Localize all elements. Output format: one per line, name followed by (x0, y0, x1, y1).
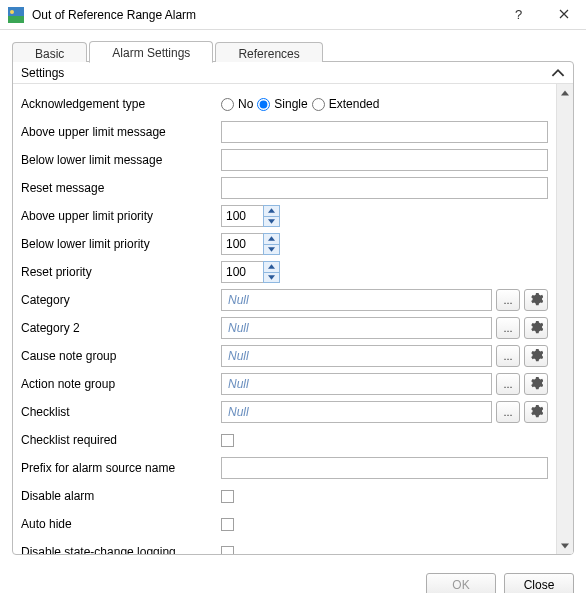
scroll-down-button[interactable] (557, 537, 573, 554)
dialog-footer: OK Close (0, 563, 586, 593)
scroll-up-button[interactable] (557, 84, 573, 101)
close-button[interactable]: Close (504, 573, 574, 593)
checklist-req-checkbox[interactable] (221, 434, 234, 447)
checklist-input[interactable] (221, 401, 492, 423)
label-disable-log: Disable state-change logging (21, 545, 221, 554)
reset-pri-down[interactable] (264, 273, 279, 283)
category-input[interactable] (221, 289, 492, 311)
above-pri-up[interactable] (264, 206, 279, 217)
label-action: Action note group (21, 377, 221, 391)
gear-icon (529, 292, 543, 308)
tab-references[interactable]: References (215, 42, 322, 62)
ack-radio-no[interactable]: No (221, 97, 253, 111)
tab-alarm-settings[interactable]: Alarm Settings (89, 41, 213, 63)
above-pri-input[interactable] (221, 205, 263, 227)
ack-type-radios: No Single Extended (221, 97, 548, 111)
ok-button[interactable]: OK (426, 573, 496, 593)
tab-basic[interactable]: Basic (12, 42, 87, 62)
tab-panel: Settings Acknowledgement type No Single … (12, 61, 574, 555)
app-icon (8, 7, 24, 23)
checklist-settings-button[interactable] (524, 401, 548, 423)
below-pri-up[interactable] (264, 234, 279, 245)
category-settings-button[interactable] (524, 289, 548, 311)
prefix-input[interactable] (221, 457, 548, 479)
label-cause: Cause note group (21, 349, 221, 363)
label-above-msg: Above upper limit message (21, 125, 221, 139)
disable-log-checkbox[interactable] (221, 546, 234, 555)
label-category2: Category 2 (21, 321, 221, 335)
above-msg-input[interactable] (221, 121, 548, 143)
ack-radio-no-input[interactable] (221, 98, 234, 111)
label-reset-pri: Reset priority (21, 265, 221, 279)
tab-strip: Basic Alarm Settings References (12, 40, 574, 62)
reset-pri-spinner (221, 261, 280, 283)
scroll-track[interactable] (557, 101, 573, 537)
action-settings-button[interactable] (524, 373, 548, 395)
above-pri-down[interactable] (264, 217, 279, 227)
label-auto-hide: Auto hide (21, 517, 221, 531)
label-prefix: Prefix for alarm source name (21, 461, 221, 475)
label-above-pri: Above upper limit priority (21, 209, 221, 223)
action-browse-button[interactable]: ... (496, 373, 520, 395)
category2-settings-button[interactable] (524, 317, 548, 339)
label-disable-alarm: Disable alarm (21, 489, 221, 503)
below-pri-spinner (221, 233, 280, 255)
gear-icon (529, 348, 543, 364)
gear-icon (529, 404, 543, 420)
vertical-scrollbar[interactable] (556, 84, 573, 554)
gear-icon (529, 376, 543, 392)
cause-browse-button[interactable]: ... (496, 345, 520, 367)
svg-point-2 (10, 10, 14, 14)
above-pri-spinner (221, 205, 280, 227)
ack-single-label: Single (274, 97, 307, 111)
ack-radio-extended-input[interactable] (312, 98, 325, 111)
close-icon (559, 8, 569, 22)
cause-input[interactable] (221, 345, 492, 367)
category2-browse-button[interactable]: ... (496, 317, 520, 339)
window-close-button[interactable] (541, 0, 586, 30)
window-title: Out of Reference Range Alarm (32, 8, 496, 22)
title-bar: Out of Reference Range Alarm ? (0, 0, 586, 30)
ack-no-label: No (238, 97, 253, 111)
label-reset-msg: Reset message (21, 181, 221, 195)
cause-settings-button[interactable] (524, 345, 548, 367)
label-checklist: Checklist (21, 405, 221, 419)
settings-fields: Acknowledgement type No Single Extended … (13, 84, 556, 554)
auto-hide-checkbox[interactable] (221, 518, 234, 531)
action-input[interactable] (221, 373, 492, 395)
checklist-browse-button[interactable]: ... (496, 401, 520, 423)
label-ack-type: Acknowledgement type (21, 97, 221, 111)
label-below-pri: Below lower limit priority (21, 237, 221, 251)
label-checklist-req: Checklist required (21, 433, 221, 447)
settings-section-label: Settings (21, 66, 551, 80)
reset-pri-up[interactable] (264, 262, 279, 273)
category-browse-button[interactable]: ... (496, 289, 520, 311)
svg-rect-1 (8, 16, 24, 23)
below-msg-input[interactable] (221, 149, 548, 171)
ack-radio-extended[interactable]: Extended (312, 97, 380, 111)
label-below-msg: Below lower limit message (21, 153, 221, 167)
collapse-icon (551, 66, 565, 80)
below-pri-input[interactable] (221, 233, 263, 255)
ack-extended-label: Extended (329, 97, 380, 111)
reset-msg-input[interactable] (221, 177, 548, 199)
label-category: Category (21, 293, 221, 307)
reset-pri-input[interactable] (221, 261, 263, 283)
below-pri-down[interactable] (264, 245, 279, 255)
category2-input[interactable] (221, 317, 492, 339)
dialog-body: Basic Alarm Settings References Settings… (0, 30, 586, 563)
ack-radio-single[interactable]: Single (257, 97, 307, 111)
help-icon: ? (515, 7, 522, 22)
ack-radio-single-input[interactable] (257, 98, 270, 111)
disable-alarm-checkbox[interactable] (221, 490, 234, 503)
help-button[interactable]: ? (496, 0, 541, 30)
settings-section-header[interactable]: Settings (13, 62, 573, 84)
gear-icon (529, 320, 543, 336)
